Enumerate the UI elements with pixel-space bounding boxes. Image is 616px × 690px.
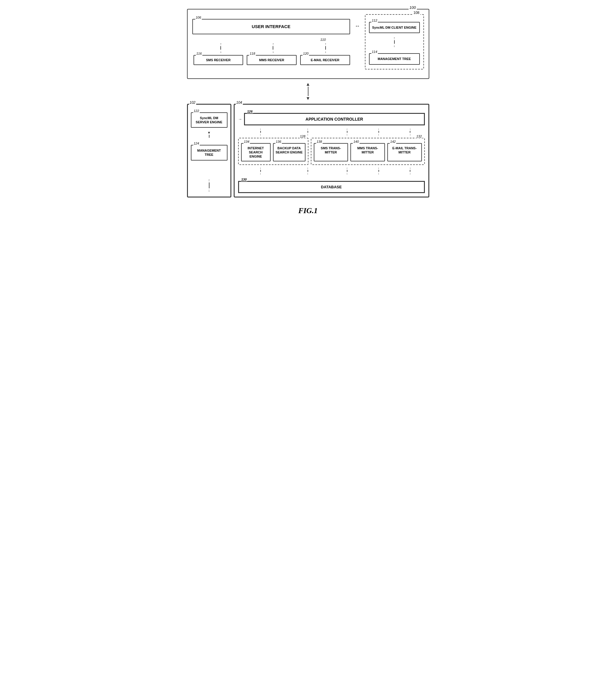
management-tree-left-box: 124 MANAGEMENT TREE xyxy=(191,145,227,161)
ref-120: 120 xyxy=(303,51,309,56)
figure-label: FIG.1 xyxy=(187,206,429,215)
mms-transmitter-box: 140 MMS TRANS-MITTER xyxy=(350,143,385,162)
ref-116: 116 xyxy=(196,51,202,56)
email-receiver-box: 120 E-MAIL RECEIVER xyxy=(300,55,350,65)
database-wrap: 130 DATABASE xyxy=(238,177,425,193)
ref-126: 126 xyxy=(247,110,253,113)
device-box-100: 100 106 USER INTERFACE 110 xyxy=(187,9,429,79)
backup-search-box: 136 BACKUP DATA SEARCH ENGINE xyxy=(273,143,306,162)
syncml-server-box: 122 SyncML DM SERVER ENGINE xyxy=(191,112,227,128)
ctrl-arrows-row: ↑ ↓ ↑ ↓ ↑ xyxy=(238,128,425,136)
ref-134: 134 xyxy=(243,140,250,144)
email-transmitter-box: 142 E-MAIL TRANS-MITTER xyxy=(387,143,422,162)
mms-receiver-box: 118 MMS RECEIVER xyxy=(247,55,296,65)
ref-142: 142 xyxy=(390,140,396,144)
database-box: 130 DATABASE xyxy=(238,181,425,193)
diagram-area: 100 106 USER INTERFACE 110 xyxy=(181,6,435,218)
ref-140: 140 xyxy=(353,140,359,144)
user-interface-box: 106 USER INTERFACE xyxy=(192,19,350,34)
diagram-container: 100 106 USER INTERFACE 110 xyxy=(181,6,435,218)
ref-100: 100 xyxy=(409,5,417,10)
ref-138: 138 xyxy=(316,140,323,144)
ref-132: 132 xyxy=(416,134,422,138)
ref-136: 136 xyxy=(276,140,282,144)
management-tree-right-box: 114 MANAGEMENT TREE xyxy=(369,53,420,64)
ref-118: 118 xyxy=(249,51,256,56)
server-area: 102 122 SyncML DM SERVER ENGINE ▼ 1 xyxy=(187,104,429,198)
ref-128: 128 xyxy=(299,134,306,138)
ui-syncml-arrow: ↔ xyxy=(355,14,360,29)
sms-transmitter-box: 138 SMS TRANS-MITTER xyxy=(314,143,348,162)
app-controller-box: 126 APPLICATION CONTROLLER xyxy=(244,113,425,125)
ref-104: 104 xyxy=(236,101,243,105)
ref-114: 114 xyxy=(371,50,378,54)
internet-search-box: 134 INTERNET SEARCH ENGINE xyxy=(241,143,271,162)
vertical-connector: ▲ ▼ xyxy=(187,82,429,101)
server-left-box-102: 102 122 SyncML DM SERVER ENGINE ▼ 1 xyxy=(187,104,231,198)
engines-row: 128 134 INTERNET SEARCH ENGINE 136 BACKU… xyxy=(238,138,425,165)
ref-130: 130 xyxy=(241,178,247,181)
ref-108: 108 xyxy=(413,11,420,15)
syncml-client-box: 112 SyncML DM CLIENT ENGINE xyxy=(369,22,420,33)
dashed-box-108: 108 112 SyncML DM CLIENT ENGINE ↑ ↓ xyxy=(365,14,424,69)
ref-110: 110 xyxy=(320,38,326,41)
ref-102: 102 xyxy=(189,101,196,105)
engines-db-arrows: ↑ ↓ ↑ ↓ ↑ ↓ xyxy=(238,167,425,175)
ref-124: 124 xyxy=(193,141,200,145)
dashed-group-128: 128 134 INTERNET SEARCH ENGINE 136 BACKU… xyxy=(238,138,308,165)
ref-106: 106 xyxy=(195,15,202,20)
ref-112: 112 xyxy=(371,18,378,22)
ref-122: 122 xyxy=(193,109,200,113)
dashed-group-132: 132 138 SMS TRANS-MITTER 140 MMS TRANS-M… xyxy=(311,138,425,165)
sms-receiver-box: 116 SMS RECEIVER xyxy=(194,55,243,65)
server-right-box-104: 104 → 126 APPLICATION CONTROLLER xyxy=(234,104,429,198)
